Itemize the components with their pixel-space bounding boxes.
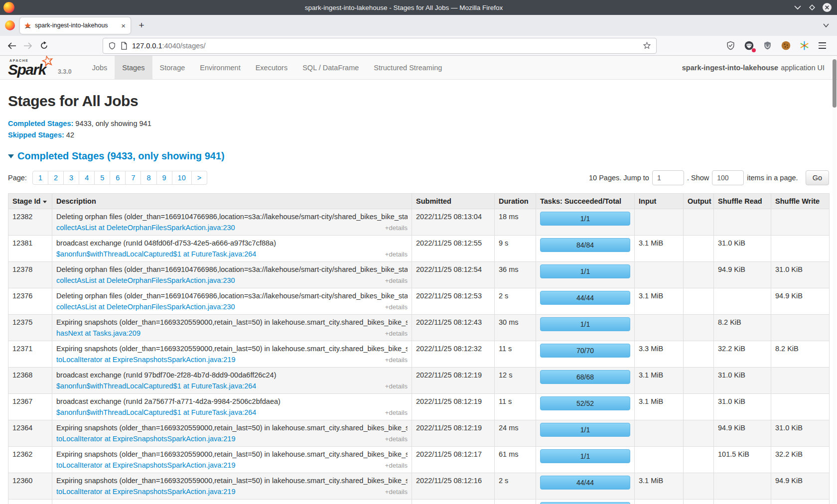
bookmark-star-icon[interactable] (643, 41, 651, 50)
browser-tab[interactable]: spark-ingest-into-lakehous × (20, 17, 131, 34)
stage-callsite-link[interactable]: toLocalIterator at ExpireSnapshotsSparkA… (56, 488, 236, 496)
details-toggle[interactable]: +details (385, 382, 408, 390)
details-toggle[interactable]: +details (385, 330, 408, 337)
stage-callsite-link[interactable]: hasNext at Tasks.java:209 (56, 329, 140, 337)
details-toggle[interactable]: +details (385, 251, 408, 258)
output-cell (684, 394, 714, 420)
close-button[interactable] (822, 2, 832, 12)
nav-item-storage[interactable]: Storage (152, 56, 193, 79)
pagination-row: Page: 12345678910> 10 Pages. Jump to . S… (8, 170, 829, 185)
stage-callsite-link[interactable]: toLocalIterator at ExpireSnapshotsSparkA… (56, 461, 236, 469)
page-button-7[interactable]: 7 (126, 171, 141, 185)
column-header-shuffle-read[interactable]: Shuffle Read (714, 194, 771, 209)
page-button-10[interactable]: 10 (172, 171, 192, 185)
column-header-input[interactable]: Input (635, 194, 684, 209)
input-cell: 3.1 MiB (635, 368, 684, 394)
nav-item-environment[interactable]: Environment (192, 56, 248, 79)
column-header-tasks-succeeded-total[interactable]: Tasks: Succeeded/Total (536, 194, 635, 209)
tracking-protection-shield-icon[interactable] (108, 41, 116, 50)
nav-item-stages[interactable]: Stages (115, 56, 152, 79)
skipped-stages-link[interactable]: Skipped Stages: (8, 131, 64, 139)
jump-to-page-input[interactable] (652, 170, 684, 185)
tasks-cell: 1/1 (536, 447, 635, 473)
column-header-stage-id[interactable]: Stage Id (8, 194, 52, 209)
url-text[interactable]: 127.0.0.1:4040/stages/ (132, 42, 643, 50)
stage-callsite-link[interactable]: $anonfun$withThreadLocalCaptured$1 at Fu… (56, 250, 256, 258)
details-toggle[interactable]: +details (385, 488, 408, 496)
details-toggle[interactable]: +details (385, 462, 408, 469)
scrollbar[interactable] (833, 56, 837, 504)
apache-label: APACHE (9, 59, 29, 62)
spark-brand[interactable]: APACHE Spark 3.3.0 (0, 56, 77, 79)
reload-button[interactable] (36, 38, 52, 53)
tasks-cell: 84/84 (536, 236, 635, 262)
table-row: 12376 Deleting orphan files (older_than=… (8, 288, 830, 315)
tasks-progress-bar: 1/1 (540, 423, 630, 437)
tasks-cell: 1/1 (536, 315, 635, 341)
application-name: spark-ingest-into-lakehouse (682, 64, 778, 72)
page-button->[interactable]: > (192, 171, 207, 185)
completed-stages-section-header[interactable]: Completed Stages (9433, only showing 941… (8, 150, 829, 162)
submitted-cell: 2022/11/25 08:12:19 (412, 368, 495, 394)
minimize-button[interactable] (793, 4, 802, 11)
ublock-shield-extension-icon[interactable] (761, 40, 773, 52)
stage-id-cell: 12375 (8, 315, 52, 341)
page-button-1[interactable]: 1 (32, 171, 48, 185)
page-button-4[interactable]: 4 (79, 171, 95, 185)
details-toggle[interactable]: +details (385, 303, 408, 311)
url-domain: 127.0.0.1 (132, 42, 162, 50)
stage-id-cell: 12376 (8, 288, 52, 315)
shield-check-extension-icon[interactable] (724, 40, 736, 52)
shuffle-read-cell: 31.0 KiB (714, 394, 771, 420)
nav-item-structured-streaming[interactable]: Structured Streaming (366, 56, 449, 79)
duration-cell: 24 ms (495, 420, 536, 447)
stage-callsite-link[interactable]: toLocalIterator at ExpireSnapshotsSparkA… (56, 435, 236, 443)
nav-item-sql-dataframe[interactable]: SQL / DataFrame (295, 56, 366, 79)
input-cell: 3.1 MiB (635, 236, 684, 262)
column-header-submitted[interactable]: Submitted (412, 194, 495, 209)
column-header-duration[interactable]: Duration (495, 194, 536, 209)
site-info-page-icon[interactable] (121, 42, 128, 50)
stage-callsite-link[interactable]: collectAsList at DeleteOrphanFilesSparkA… (56, 276, 235, 284)
details-toggle[interactable]: +details (385, 224, 408, 232)
maximize-button[interactable] (808, 3, 816, 11)
new-tab-button[interactable]: + (135, 18, 148, 32)
cookie-extension-icon[interactable] (780, 40, 792, 52)
stage-callsite-link[interactable]: collectAsList at DeleteOrphanFilesSparkA… (56, 303, 235, 311)
page-button-8[interactable]: 8 (141, 171, 156, 185)
colorful-asterisk-extension-icon[interactable] (798, 40, 810, 52)
completed-stages-link[interactable]: Completed Stages: (8, 120, 73, 127)
go-button[interactable]: Go (806, 170, 829, 185)
details-toggle[interactable]: +details (385, 435, 408, 443)
page-button-3[interactable]: 3 (64, 171, 79, 185)
page-button-5[interactable]: 5 (95, 171, 110, 185)
scrollbar-thumb[interactable] (833, 59, 837, 108)
stage-callsite-link[interactable]: toLocalIterator at ExpireSnapshotsSparkA… (56, 356, 236, 364)
details-toggle[interactable]: +details (385, 409, 408, 416)
details-toggle[interactable]: +details (385, 277, 408, 284)
nav-item-jobs[interactable]: Jobs (85, 56, 115, 79)
nav-item-executors[interactable]: Executors (248, 56, 295, 79)
column-header-output[interactable]: Output (684, 194, 714, 209)
stage-callsite-link[interactable]: $anonfun$withThreadLocalCaptured$1 at Fu… (56, 382, 256, 390)
column-header-shuffle-write[interactable]: Shuffle Write (771, 194, 830, 209)
back-button[interactable] (4, 38, 20, 53)
stage-callsite-link[interactable]: $anonfun$withThreadLocalCaptured$1 at Fu… (56, 408, 256, 416)
tasks-progress-bar: 1/1 (540, 212, 630, 226)
menu-hamburger-icon[interactable] (817, 40, 828, 50)
containers-mask-extension-icon[interactable] (743, 40, 755, 52)
tab-close-icon[interactable]: × (120, 22, 127, 29)
stage-callsite-link[interactable]: collectAsList at DeleteOrphanFilesSparkA… (56, 224, 235, 232)
url-bar[interactable]: 127.0.0.1:4040/stages/ (103, 38, 657, 54)
details-toggle[interactable]: +details (385, 356, 408, 364)
column-header-description[interactable]: Description (52, 194, 412, 209)
list-all-tabs-button[interactable] (822, 22, 830, 28)
submitted-cell: 2022/11/25 08:12:55 (412, 236, 495, 262)
items-per-page-input[interactable] (712, 170, 744, 185)
firefox-view-icon[interactable] (5, 20, 15, 30)
forward-button[interactable] (20, 38, 36, 53)
page-button-2[interactable]: 2 (48, 171, 64, 185)
stage-id-cell: 12371 (8, 341, 52, 368)
page-button-9[interactable]: 9 (157, 171, 172, 185)
page-button-6[interactable]: 6 (110, 171, 126, 185)
